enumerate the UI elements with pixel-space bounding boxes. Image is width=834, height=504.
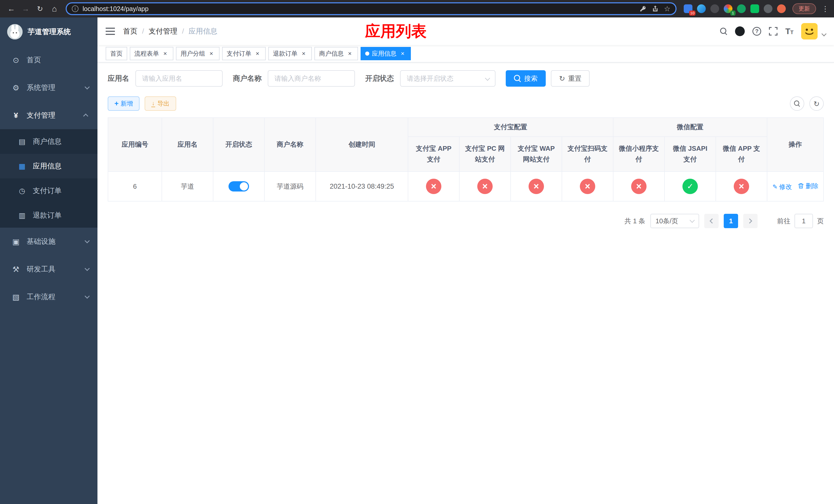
password-key-icon[interactable] xyxy=(639,5,646,12)
button-label: 导出 xyxy=(157,99,170,108)
search-icon[interactable] xyxy=(720,28,727,35)
browser-reload-icon[interactable] xyxy=(34,3,46,15)
tab-merchant-info[interactable]: 商户信息 xyxy=(314,47,358,60)
avatar[interactable] xyxy=(801,23,818,40)
tab-label: 商户信息 xyxy=(319,49,344,58)
download-icon xyxy=(151,100,155,107)
select-placeholder: 请选择开启状态 xyxy=(407,74,454,83)
merchant-name-input[interactable] xyxy=(268,70,355,87)
refresh-icon xyxy=(813,99,819,109)
cell-created: 2021-10-23 08:49:25 xyxy=(316,171,408,201)
add-button[interactable]: 新增 xyxy=(108,96,139,111)
link-label: 删除 xyxy=(806,182,818,190)
font-size-icon[interactable] xyxy=(785,27,793,36)
navbar-actions xyxy=(720,23,826,40)
browser-menu-icon[interactable] xyxy=(822,5,829,13)
credit-card-icon xyxy=(16,137,28,146)
browser-home-icon[interactable] xyxy=(48,3,61,15)
sidebar-item-label: 基础设施 xyxy=(27,237,56,246)
delete-link[interactable]: 删除 xyxy=(798,182,818,190)
url-bar[interactable]: localhost:1024/pay/app xyxy=(66,2,677,15)
cell-alipay-wap xyxy=(511,171,562,201)
chevron-down-icon xyxy=(85,84,90,90)
status-cross-icon xyxy=(734,179,749,194)
tab-process-form[interactable]: 流程表单 xyxy=(130,47,173,60)
tab-refund-order[interactable]: 退款订单 xyxy=(268,47,312,60)
browser-update-button[interactable]: 更新 xyxy=(792,3,816,14)
prev-page-button[interactable] xyxy=(704,214,719,228)
tab-label: 首页 xyxy=(110,49,123,58)
page-size-select[interactable]: 10条/页 xyxy=(650,214,699,228)
col-actions: 操作 xyxy=(767,118,824,171)
export-button[interactable]: 导出 xyxy=(145,96,176,111)
status-cross-icon xyxy=(631,179,646,194)
browser-forward-icon[interactable] xyxy=(20,3,32,15)
extension-icon-8[interactable] xyxy=(777,4,786,13)
avatar-caret-icon[interactable] xyxy=(821,31,827,37)
close-icon[interactable] xyxy=(161,50,169,57)
breadcrumb-payment[interactable]: 支付管理 xyxy=(149,26,177,36)
close-icon[interactable] xyxy=(254,50,261,57)
extension-icon-2[interactable] xyxy=(697,4,706,13)
sidebar-item-label: 系统管理 xyxy=(27,83,56,93)
sidebar-item-merchant-info[interactable]: 商户信息 xyxy=(0,129,97,154)
status-toggle[interactable] xyxy=(228,181,249,191)
cell-alipay-pc xyxy=(459,171,511,201)
tab-user-group[interactable]: 用户分组 xyxy=(176,47,220,60)
sidebar-item-workflow[interactable]: 工作流程 xyxy=(0,283,97,311)
sidebar-item-label: 支付管理 xyxy=(27,111,56,120)
tab-label: 支付订单 xyxy=(227,49,251,58)
chevron-down-icon xyxy=(485,76,490,81)
chevron-down-icon xyxy=(85,266,90,271)
extension-icon-5[interactable] xyxy=(737,4,746,13)
current-page-button[interactable]: 1 xyxy=(724,214,738,228)
breadcrumb: 首页 支付管理 应用信息 xyxy=(123,26,218,36)
status-select[interactable]: 请选择开启状态 xyxy=(400,70,496,87)
close-icon[interactable] xyxy=(208,50,215,57)
app-name-input[interactable] xyxy=(135,70,223,87)
close-icon[interactable] xyxy=(300,50,307,57)
sidebar-item-refund-order[interactable]: 退款订单 xyxy=(0,203,97,228)
breadcrumb-home[interactable]: 首页 xyxy=(123,26,137,36)
next-page-button[interactable] xyxy=(743,214,758,228)
refresh-table-button[interactable] xyxy=(809,96,824,111)
cell-alipay-app xyxy=(408,171,459,201)
site-info-icon[interactable] xyxy=(72,5,79,12)
tab-pay-order[interactable]: 支付订单 xyxy=(222,47,266,60)
extension-icon-7[interactable] xyxy=(764,4,772,13)
pagination: 共 1 条 10条/页 1 前往 页 xyxy=(108,214,824,228)
share-icon[interactable] xyxy=(652,5,659,12)
goto-page-input[interactable] xyxy=(794,214,813,228)
search-icon xyxy=(794,100,800,107)
fullscreen-icon[interactable] xyxy=(769,27,777,36)
sidebar-item-payment[interactable]: 支付管理 xyxy=(0,101,97,129)
sidebar-item-system[interactable]: 系统管理 xyxy=(0,74,97,101)
extension-icon-1[interactable]: 10 xyxy=(684,4,693,13)
sidebar-item-home[interactable]: 首页 xyxy=(0,46,97,74)
tab-app-info[interactable]: 应用信息 xyxy=(360,47,411,60)
edit-link[interactable]: 修改 xyxy=(772,183,792,191)
sidebar-collapse-icon[interactable] xyxy=(106,28,115,35)
help-icon[interactable] xyxy=(752,27,761,36)
sidebar-item-app-info[interactable]: 应用信息 xyxy=(0,154,97,178)
status-cross-icon xyxy=(529,179,544,194)
sidebar-item-infra[interactable]: 基础设施 xyxy=(0,228,97,255)
extension-icon-6[interactable] xyxy=(750,4,759,13)
search-button[interactable]: 搜索 xyxy=(506,70,546,87)
tab-home[interactable]: 首页 xyxy=(106,47,127,60)
close-icon[interactable] xyxy=(346,50,353,57)
browser-back-icon[interactable] xyxy=(5,3,18,15)
sidebar-item-pay-order[interactable]: 支付订单 xyxy=(0,178,97,203)
reset-button[interactable]: 重置 xyxy=(551,70,590,87)
extension-icon-4[interactable]: 1 xyxy=(724,4,732,13)
dashboard-icon xyxy=(10,55,22,65)
extension-icon-3[interactable] xyxy=(710,4,719,13)
toggle-search-button[interactable] xyxy=(790,96,804,111)
tool-icon xyxy=(10,265,22,274)
link-label: 修改 xyxy=(779,183,792,191)
sidebar: 芋道管理系统 首页 系统管理 支付管理 xyxy=(0,18,97,504)
sidebar-item-devtools[interactable]: 研发工具 xyxy=(0,255,97,283)
bookmark-star-icon[interactable] xyxy=(664,5,671,13)
github-icon[interactable] xyxy=(735,26,745,36)
close-icon[interactable] xyxy=(399,50,406,57)
